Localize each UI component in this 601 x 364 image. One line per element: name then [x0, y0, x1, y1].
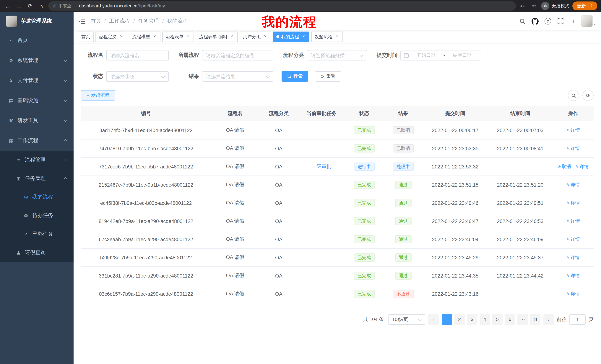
avatar[interactable]: [581, 15, 593, 27]
cell-submit-time: 2022-01-22 23:53:35: [423, 139, 488, 157]
search-button[interactable]: 搜索: [281, 71, 308, 82]
reset-button[interactable]: ⟳ 重置: [315, 71, 341, 82]
bookmark-star-icon[interactable]: ☆: [530, 3, 538, 9]
cancel-link[interactable]: ⊗取消: [558, 164, 571, 169]
refresh-table-button[interactable]: ⟳: [582, 90, 594, 101]
sidebar-item-leave-query[interactable]: ♟请假查询: [0, 243, 74, 262]
category-select-input[interactable]: [307, 50, 367, 60]
sidebar-item-task-manage[interactable]: ⊞任务管理: [0, 169, 74, 188]
sidebar-item-done-task[interactable]: ✓已办任务: [0, 225, 74, 243]
search-icon[interactable]: [518, 16, 527, 26]
not-secure-badge[interactable]: ⚠ 不安全: [53, 3, 71, 9]
prev-page-button[interactable]: ‹: [428, 314, 439, 325]
sidebar-item-payment-manage[interactable]: ¥支付管理: [0, 70, 74, 91]
browser-home-icon[interactable]: ⌂: [37, 2, 45, 10]
result-select[interactable]: [202, 71, 273, 82]
close-icon[interactable]: ×: [152, 34, 157, 39]
pagination-total: 共 104 条: [363, 316, 384, 323]
category-select[interactable]: [307, 50, 367, 60]
start-date-placeholder[interactable]: 开始日期: [411, 52, 442, 58]
tab-流程表单-编辑[interactable]: 流程表单-编辑×: [196, 31, 238, 42]
breadcrumb-item-task-manage[interactable]: 任务管理: [138, 18, 159, 25]
page-button-11[interactable]: 11: [530, 314, 541, 325]
breadcrumb-item-workflow[interactable]: 工作流程: [109, 18, 130, 25]
detail-link[interactable]: ✎详情: [566, 182, 580, 187]
tab-我的流程[interactable]: 我的流程×: [273, 31, 310, 42]
status-select[interactable]: [106, 71, 169, 82]
app-logo[interactable]: 芋道管理系统: [0, 12, 74, 30]
cell-category: OA: [259, 176, 298, 194]
tab-流程定义[interactable]: 流程定义×: [95, 31, 127, 42]
goto-page-input[interactable]: [570, 314, 586, 325]
tab-流程表单[interactable]: 流程表单×: [162, 31, 194, 42]
detail-link[interactable]: ✎详情: [566, 218, 580, 224]
page-button-6[interactable]: 6: [505, 314, 515, 325]
font-size-icon[interactable]: T: [568, 16, 578, 26]
hamburger-icon[interactable]: [74, 18, 91, 24]
show-search-button[interactable]: [568, 90, 579, 101]
detail-link[interactable]: ✎详情: [575, 164, 589, 169]
close-icon[interactable]: ×: [119, 34, 124, 39]
tab-首页[interactable]: 首页: [78, 31, 94, 42]
sidebar-item-dev-tools[interactable]: ⚒研发工具: [0, 111, 74, 131]
tab-发起流程[interactable]: 发起流程×: [311, 31, 343, 42]
browser-forward-icon[interactable]: →: [15, 2, 23, 10]
status-select-input[interactable]: [106, 71, 169, 82]
result-select-input[interactable]: [202, 71, 273, 82]
fullscreen-icon[interactable]: [556, 16, 565, 26]
close-icon[interactable]: ×: [263, 34, 268, 39]
cell-actions: ✎详情: [553, 285, 594, 303]
user-menu[interactable]: ▾: [581, 15, 596, 27]
dev-tools-icon: ⚒: [8, 118, 14, 123]
start-process-button[interactable]: + 发起流程: [81, 90, 115, 101]
detail-link[interactable]: ✎详情: [566, 146, 580, 151]
detail-link[interactable]: ✎详情: [566, 273, 580, 278]
pagination-ellipsis[interactable]: ···: [517, 314, 528, 325]
cell-process-name: OA 请假: [211, 121, 259, 139]
github-icon[interactable]: [531, 16, 540, 26]
browser-back-icon[interactable]: ←: [4, 2, 12, 10]
close-icon[interactable]: ×: [301, 34, 306, 39]
process-name-input[interactable]: [106, 50, 169, 60]
detail-link[interactable]: ✎详情: [566, 127, 580, 133]
sidebar-item-infrastructure[interactable]: ▤基础设施: [0, 91, 74, 111]
tab-label: 流程模型: [132, 34, 150, 40]
sidebar-item-system-manage[interactable]: ⚙系统管理: [0, 50, 74, 70]
detail-link[interactable]: ✎详情: [566, 255, 580, 260]
page-button-4[interactable]: 4: [480, 314, 490, 325]
sidebar-item-workflow[interactable]: ▦工作流程: [0, 131, 74, 151]
incognito-badge[interactable]: 无痕模式: [541, 2, 570, 10]
page-button-3[interactable]: 3: [467, 314, 477, 325]
process-name-label: 流程名: [81, 52, 103, 59]
tab-流程模型[interactable]: 流程模型×: [129, 31, 160, 42]
address-bar[interactable]: ⚠ 不安全 dashboard.yudao.iocoder.cn /bpm/ta…: [48, 1, 516, 11]
page-button-5[interactable]: 5: [492, 314, 502, 325]
close-icon[interactable]: ×: [334, 34, 340, 39]
help-icon[interactable]: ?: [543, 16, 553, 26]
detail-link[interactable]: ✎详情: [566, 291, 580, 296]
page-size-input[interactable]: [388, 314, 425, 325]
page-button-2[interactable]: 2: [454, 314, 465, 325]
end-date-placeholder[interactable]: 结束日期: [446, 52, 478, 58]
tab-用户分组[interactable]: 用户分组×: [240, 31, 271, 42]
page-button-1[interactable]: 1: [442, 314, 452, 325]
process-def-input[interactable]: [202, 50, 273, 60]
date-range-picker[interactable]: 开始日期 - 结束日期: [401, 50, 481, 60]
page-size-select[interactable]: [388, 314, 425, 325]
current-task-link[interactable]: 一级审批: [311, 164, 331, 169]
detail-link[interactable]: ✎详情: [566, 200, 580, 205]
password-key-icon[interactable]: [519, 3, 527, 9]
sidebar-item-process-manage[interactable]: ≡流程管理: [0, 151, 74, 169]
sidebar-item-todo-task[interactable]: ◎待办任务: [0, 206, 74, 225]
breadcrumb-separator: /: [133, 18, 135, 24]
sidebar-item-my-process[interactable]: ✉我的流程: [0, 188, 74, 206]
browser-reload-icon[interactable]: ⟳: [26, 2, 34, 10]
close-icon[interactable]: ×: [185, 34, 190, 39]
close-icon[interactable]: ×: [229, 34, 234, 39]
next-page-button[interactable]: ›: [543, 314, 554, 325]
sidebar-item-home[interactable]: ⌂首页: [0, 30, 74, 50]
browser-menu-icon[interactable]: ⋮: [588, 3, 595, 9]
breadcrumb-item-home[interactable]: 首页: [91, 18, 101, 25]
detail-link[interactable]: ✎详情: [566, 237, 580, 242]
browser-update-button[interactable]: 更新 ⋮: [572, 1, 597, 10]
